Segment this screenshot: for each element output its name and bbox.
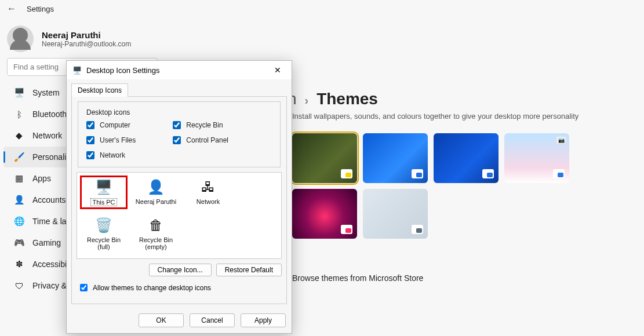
desktop-icon: 🖥️ <box>93 178 114 196</box>
topbar: ← Settings <box>0 0 644 17</box>
tab-desktop-icons[interactable]: Desktop Icons <box>71 83 128 97</box>
desktop-icon-settings-dialog: 🖥️ Desktop Icon Settings ✕ Desktop Icons… <box>66 60 292 334</box>
dialog-titlebar[interactable]: 🖥️ Desktop Icon Settings ✕ <box>67 61 292 79</box>
checkbox-recycle-bin[interactable]: Recycle Bin <box>170 119 228 131</box>
cancel-button[interactable]: Cancel <box>190 313 235 327</box>
sidebar-item-label: Accounts <box>32 195 66 204</box>
icon-neeraj-paruthi[interactable]: 👤Neeraj Paruthi <box>135 178 177 206</box>
theme-tile-5[interactable] <box>363 189 428 239</box>
checkbox-user-s-files[interactable]: User's Files <box>84 134 136 146</box>
sidebar-icon: ᛒ <box>14 109 24 119</box>
icon-network[interactable]: 🖧Network <box>187 178 229 206</box>
checkbox-label: Network <box>100 151 125 159</box>
checkbox-label: Control Panel <box>186 136 228 144</box>
close-button[interactable]: ✕ <box>270 64 286 76</box>
sidebar-icon: 🌐 <box>14 216 24 227</box>
sidebar-icon: 🎮 <box>14 238 24 248</box>
icon-label: Network <box>197 198 220 205</box>
sidebar-icon: 🛡 <box>14 280 24 291</box>
icon-this-pc[interactable]: 🖥️This PC <box>83 178 125 206</box>
sidebar-icon: 🖥️ <box>14 87 24 98</box>
checkbox-network[interactable]: Network <box>84 149 136 161</box>
checkbox-label: Recycle Bin <box>186 121 223 129</box>
user-name: Neeraj Paruthi <box>42 30 131 40</box>
sidebar-icon: ◆ <box>14 130 24 141</box>
sidebar-item-label: Network <box>32 131 62 140</box>
checkbox-label: User's Files <box>100 136 136 144</box>
icon-recycle-bin-empty-[interactable]: 🗑Recycle Bin (empty) <box>135 217 177 250</box>
theme-tile-1[interactable] <box>363 133 428 183</box>
icon-label: This PC <box>90 198 117 206</box>
sidebar-item-label: Bluetooth <box>32 109 67 119</box>
icon-recycle-bin-full-[interactable]: 🗑️Recycle Bin (full) <box>83 217 125 250</box>
desktop-icon: 🗑️ <box>93 217 114 234</box>
change-icon-button[interactable]: Change Icon... <box>149 264 212 276</box>
theme-tile-2[interactable] <box>434 133 499 183</box>
accent-swatch <box>412 225 423 234</box>
checkbox-control-panel[interactable]: Control Panel <box>170 134 228 146</box>
sidebar-item-label: Apps <box>32 174 51 183</box>
desktop-icon: 🗑 <box>145 217 166 234</box>
store-link-row[interactable]: Browse themes from Microsoft Store <box>292 239 627 288</box>
page-subtitle: Install wallpapers, sounds, and colours … <box>292 112 627 120</box>
store-link-label: Browse themes from Microsoft Store <box>292 273 423 283</box>
accent-swatch <box>553 169 565 178</box>
group-title: Desktop icons <box>84 108 132 116</box>
sidebar-icon: 👤 <box>14 195 24 205</box>
desktop-icon: 👤 <box>145 178 166 196</box>
sidebar-item-label: System <box>32 88 60 97</box>
user-email: Neeraj-Paruthi@outlook.com <box>42 40 131 48</box>
breadcrumb-current: Themes <box>316 90 378 108</box>
sidebar-icon: 🖌️ <box>14 152 24 162</box>
checkbox-computer[interactable]: Computer <box>84 119 136 131</box>
theme-tile-0[interactable] <box>292 133 357 183</box>
apply-button[interactable]: Apply <box>241 313 286 327</box>
sidebar-item-label: Gaming <box>32 238 61 247</box>
camera-icon: 📷 <box>556 137 566 144</box>
icon-label: Recycle Bin (empty) <box>135 236 177 250</box>
icon-label: Neeraj Paruthi <box>136 198 176 205</box>
monitor-icon: 🖥️ <box>72 66 82 75</box>
accent-swatch <box>341 169 352 178</box>
avatar <box>7 25 34 52</box>
back-button[interactable]: ← <box>7 3 16 14</box>
icon-preview-grid: 🖥️This PC👤Neeraj Paruthi🖧Network🗑️Recycl… <box>77 172 282 259</box>
allow-themes-label: Allow themes to change desktop icons <box>93 284 211 292</box>
themes-grid: 📷 <box>292 133 627 239</box>
desktop-icons-group: Desktop icons ComputerUser's FilesNetwor… <box>78 101 281 167</box>
sidebar-icon: ✽ <box>14 259 24 269</box>
user-card[interactable]: Neeraj Paruthi Neeraj-Paruthi@outlook.co… <box>0 17 644 56</box>
accent-swatch <box>412 169 423 178</box>
chevron-right-icon: › <box>304 94 308 107</box>
checkbox-label: Computer <box>100 121 130 129</box>
dialog-title: Desktop Icon Settings <box>86 66 159 75</box>
icon-label: Recycle Bin (full) <box>83 236 125 250</box>
restore-default-button[interactable]: Restore Default <box>216 264 282 276</box>
sidebar-icon: ▦ <box>14 173 24 184</box>
theme-tile-3[interactable]: 📷 <box>504 133 569 183</box>
ok-button[interactable]: OK <box>139 313 184 327</box>
desktop-icon: 🖧 <box>198 178 219 196</box>
accent-swatch <box>482 169 494 178</box>
app-title: Settings <box>27 5 54 13</box>
allow-themes-checkbox[interactable]: Allow themes to change desktop icons <box>77 276 282 299</box>
theme-tile-4[interactable] <box>292 189 357 239</box>
accent-swatch <box>341 225 352 234</box>
